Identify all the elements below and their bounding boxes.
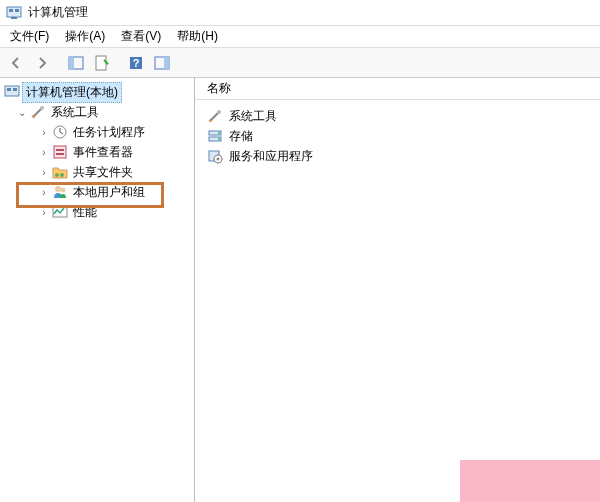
list-item-storage[interactable]: 存储	[203, 126, 592, 146]
computer-management-icon	[4, 84, 20, 100]
svg-rect-19	[56, 153, 64, 155]
collapse-icon[interactable]: ⌄	[16, 106, 28, 118]
tree-performance[interactable]: › 性能	[2, 202, 192, 222]
tree-shared-folders-label: 共享文件夹	[70, 163, 136, 182]
list-item-label: 存储	[229, 128, 253, 145]
list-body: 系统工具 存储 服务和应用程序	[195, 100, 600, 172]
expand-icon[interactable]: ›	[38, 186, 50, 198]
properties-button[interactable]	[90, 51, 114, 75]
svg-point-25	[217, 110, 221, 114]
svg-point-23	[61, 188, 66, 193]
tools-icon	[207, 108, 223, 124]
tree-performance-label: 性能	[70, 203, 100, 222]
event-viewer-icon	[52, 144, 68, 160]
menu-help[interactable]: 帮助(H)	[171, 26, 224, 47]
list-item-label: 系统工具	[229, 108, 277, 125]
list-item-services-apps[interactable]: 服务和应用程序	[203, 146, 592, 166]
tree-pane: 计算机管理(本地) ⌄ 系统工具 › 任务计划程序 › 事件查看器 ›	[0, 78, 195, 502]
svg-point-29	[218, 132, 220, 134]
help-button[interactable]: ?	[124, 51, 148, 75]
app-icon	[6, 5, 22, 21]
svg-rect-6	[96, 56, 106, 70]
svg-rect-17	[54, 146, 66, 158]
show-hide-tree-button[interactable]	[64, 51, 88, 75]
svg-rect-3	[11, 17, 17, 19]
shared-folders-icon	[52, 164, 68, 180]
clock-icon	[52, 124, 68, 140]
tree-local-users-groups-label: 本地用户和组	[70, 183, 148, 202]
pink-overlay	[460, 460, 600, 502]
svg-text:?: ?	[133, 57, 140, 69]
back-button[interactable]	[4, 51, 28, 75]
expand-icon[interactable]: ›	[38, 146, 50, 158]
performance-icon	[52, 204, 68, 220]
list-pane: 名称 系统工具 存储 服务和应用程序	[195, 78, 600, 502]
window-title: 计算机管理	[28, 4, 88, 21]
tree-root-label: 计算机管理(本地)	[22, 82, 122, 103]
svg-point-22	[55, 186, 61, 192]
expand-icon[interactable]: ›	[38, 126, 50, 138]
tree-system-tools[interactable]: ⌄ 系统工具	[2, 102, 192, 122]
list-header[interactable]: 名称	[195, 78, 600, 100]
menubar: 文件(F) 操作(A) 查看(V) 帮助(H)	[0, 26, 600, 48]
show-hide-action-pane-button[interactable]	[150, 51, 174, 75]
svg-rect-13	[13, 88, 17, 91]
tree-event-viewer[interactable]: › 事件查看器	[2, 142, 192, 162]
main-content: 计算机管理(本地) ⌄ 系统工具 › 任务计划程序 › 事件查看器 ›	[0, 78, 600, 502]
users-groups-icon	[52, 184, 68, 200]
column-name: 名称	[207, 80, 231, 97]
storage-icon	[207, 128, 223, 144]
tools-icon	[30, 104, 46, 120]
tree-local-users-groups[interactable]: › 本地用户和组	[2, 182, 192, 202]
svg-rect-12	[7, 88, 11, 91]
menu-view[interactable]: 查看(V)	[115, 26, 167, 47]
svg-point-20	[55, 173, 59, 177]
list-item-system-tools[interactable]: 系统工具	[203, 106, 592, 126]
expand-icon[interactable]: ›	[38, 166, 50, 178]
svg-rect-5	[69, 57, 74, 69]
tree-shared-folders[interactable]: › 共享文件夹	[2, 162, 192, 182]
expand-icon[interactable]: ›	[38, 206, 50, 218]
tree-task-scheduler-label: 任务计划程序	[70, 123, 148, 142]
menu-action[interactable]: 操作(A)	[59, 26, 111, 47]
svg-rect-1	[9, 9, 13, 12]
tree-system-tools-label: 系统工具	[48, 103, 102, 122]
svg-rect-18	[56, 149, 64, 151]
tree-root-computer-management[interactable]: 计算机管理(本地)	[2, 82, 192, 102]
tree-task-scheduler[interactable]: › 任务计划程序	[2, 122, 192, 142]
toolbar: ?	[0, 48, 600, 78]
forward-button[interactable]	[30, 51, 54, 75]
titlebar: 计算机管理	[0, 0, 600, 26]
menu-file[interactable]: 文件(F)	[4, 26, 55, 47]
list-item-label: 服务和应用程序	[229, 148, 313, 165]
svg-rect-10	[164, 57, 169, 69]
services-icon	[207, 148, 223, 164]
tree-event-viewer-label: 事件查看器	[70, 143, 136, 162]
svg-point-30	[218, 138, 220, 140]
svg-point-14	[40, 106, 44, 110]
svg-point-33	[217, 158, 220, 161]
svg-rect-2	[15, 9, 19, 12]
svg-point-21	[60, 173, 64, 177]
